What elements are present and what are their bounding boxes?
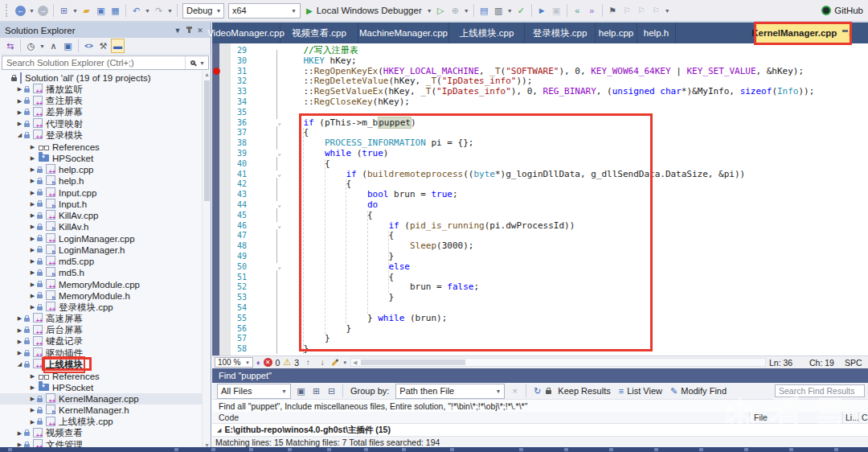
next-issue-icon[interactable]: ↓ [317,358,328,367]
tab-help-h[interactable]: help.h [637,23,676,43]
tree-item-input-h[interactable]: ▶Input.h [0,199,211,210]
tab--cpp[interactable]: 视频查看.cpp [280,23,358,43]
tree-item-查注册表[interactable]: ▶查注册表 [0,96,211,107]
expander-icon[interactable]: ▶ [28,178,37,184]
dropdown-arrow-icon[interactable]: ▼ [39,39,46,53]
nav-forward-icon[interactable]: → [36,3,50,18]
tab-videomanager-cpp[interactable]: VideoManager.cpp [212,23,280,43]
chevron-down-icon[interactable]: ▼ [172,27,183,35]
zoom-combo[interactable]: 100 %▼ [215,357,253,368]
tree-item-播放监听[interactable]: ▶播放监听 [0,84,211,95]
properties-icon[interactable]: ▣ [61,39,75,53]
attach-process-icon[interactable]: ⊕ [448,3,462,18]
tree-item-killav-cpp[interactable]: ▶KillAv.cpp [0,210,211,221]
search-dropdown-icon[interactable]: ▼ [199,60,208,66]
collapse-chevron-icon[interactable]: ⌄ [247,118,282,129]
breakpoint-icon[interactable] [213,68,220,75]
dropdown-arrow-icon[interactable]: ▼ [463,3,470,18]
expander-icon[interactable]: ◢ [15,132,24,138]
expander-icon[interactable]: ▶ [28,155,37,162]
start-without-debug-icon[interactable]: ▷ [434,3,448,18]
expander-icon[interactable]: ▶ [28,258,37,265]
search-icon[interactable] [185,56,199,69]
save-all-icon[interactable]: ▦ [108,3,122,18]
expander-icon[interactable]: ▶ [28,212,37,219]
find-results-search-input[interactable] [775,384,865,397]
expander-icon[interactable]: ▶ [28,384,37,391]
tree-item-md5-h[interactable]: ▶md5.h [0,267,211,278]
expander-icon[interactable]: ▶ [28,407,37,413]
bookmark-clear-icon[interactable]: ⚐ [649,3,663,18]
tab-machinemanager-cpp[interactable]: MachineManager.cpp [358,23,449,43]
solution-explorer-search[interactable]: ▼ [2,55,209,70]
tree-item-差异屏幕[interactable]: ▶差异屏幕 [0,107,211,118]
tree-item-键盘记录[interactable]: ▶键盘记录 [0,336,211,347]
column-code[interactable]: Code [219,413,239,422]
expander-icon[interactable]: ▶ [15,121,24,127]
tab-help-cpp[interactable]: help.cpp [596,23,637,43]
tree-item-登录模块-cpp[interactable]: ▶登录模块.cpp [0,302,211,313]
column-line[interactable]: Li... [845,413,859,422]
dropdown-arrow-icon[interactable]: ▼ [72,3,79,18]
collapse-all-icon[interactable]: ∧ [47,39,60,53]
solution-windows-icon[interactable]: ▥ [492,3,506,18]
copy-disabled-icon[interactable]: ▣ [550,3,563,18]
column-file[interactable]: File [754,413,768,422]
expander-icon[interactable]: ▶ [28,293,37,299]
nav-backward-icon[interactable]: ← [14,3,27,18]
navigate-cursor-icon[interactable]: ► [535,3,549,18]
expander-icon[interactable]: ▶ [28,304,37,310]
horizontal-scrollbar[interactable]: ◀ [350,358,766,367]
expander-icon[interactable]: ▶ [28,224,37,230]
expander-icon[interactable]: ▶ [28,419,37,425]
pending-changes-icon[interactable]: ◷ [24,39,38,53]
expander-icon[interactable]: ▶ [15,98,24,105]
start-debug-button[interactable]: ▶Local Windows Debugger [303,2,425,18]
expander-icon[interactable]: ◢ [217,427,221,434]
tree-item-hpsocket[interactable]: ▶HPSocket [0,153,211,164]
show-all-files-icon[interactable]: <> [82,39,96,53]
expander-icon[interactable]: ▶ [28,144,37,150]
expander-icon[interactable]: ▶ [15,339,24,345]
solution-explorer-titlebar[interactable]: Solution Explorer ▼ ✕ [0,23,211,38]
list-view-button[interactable]: ≡List View [616,386,665,396]
bookmark-prev-icon[interactable]: ⚐ [620,3,634,18]
open-folder-icon[interactable]: ▰ [80,3,93,18]
find-scope-combo[interactable]: All Files▼ [217,384,291,399]
collapse-chevron-icon[interactable]: ⌄ [247,149,282,159]
expander-icon[interactable]: ▶ [15,109,24,116]
keep-results-lock-icon[interactable] [546,386,553,396]
dropdown-arrow-icon[interactable]: ▼ [166,3,174,18]
github-button[interactable]: GitHub [821,0,868,21]
sync-with-active-document-icon[interactable]: ▬ [111,39,125,53]
dropdown-arrow-icon[interactable]: ▼ [144,3,151,18]
spell-check-icon[interactable]: ✓ [514,3,528,18]
clear-results-icon[interactable]: × [508,384,522,398]
dropdown-arrow-icon[interactable]: ▼ [506,3,514,18]
switch-views-icon[interactable]: ⇆ [3,39,17,53]
copy-results-icon[interactable]: ▣ [294,384,308,398]
bookmark-icon[interactable]: ⚑ [606,3,620,18]
tree-item-登录模块[interactable]: ◢登录模块 [0,129,211,141]
tab--cpp[interactable]: 上线模块.cpp [449,23,525,43]
tree-item-memorymodule-h[interactable]: ▶MemoryModule.h [0,290,211,302]
expander-icon[interactable]: ▶ [15,350,24,356]
close-tab-icon[interactable]: × [848,28,853,38]
warning-icon[interactable]: ⚠ [283,357,291,368]
expander-icon[interactable]: ▶ [28,269,37,276]
tree-scrollbar[interactable]: ▲ ▼ [202,71,211,449]
tree-item-input-cpp[interactable]: ▶Input.cpp [0,187,211,199]
tree-item-后台屏幕[interactable]: ▶后台屏幕 [0,325,211,336]
expand-all-icon[interactable]: ⊞ [309,384,323,398]
collapse-chevron-icon[interactable]: ⌄ [247,221,282,232]
find-results-header[interactable]: Find "puppet" [212,368,868,383]
expander-icon[interactable]: ▶ [28,247,37,253]
dropdown-arrow-icon[interactable]: ▼ [28,3,35,18]
tree-item-视频查看[interactable]: ▶视频查看 [0,428,211,439]
search-input[interactable] [2,58,185,68]
expander-icon[interactable]: ▶ [15,86,24,92]
expander-icon[interactable]: ▶ [15,327,24,334]
expander-icon[interactable]: ▶ [28,201,37,208]
bookmark-next-icon[interactable]: ⚐ [635,3,649,18]
redo-icon[interactable]: ↷ [152,3,166,18]
